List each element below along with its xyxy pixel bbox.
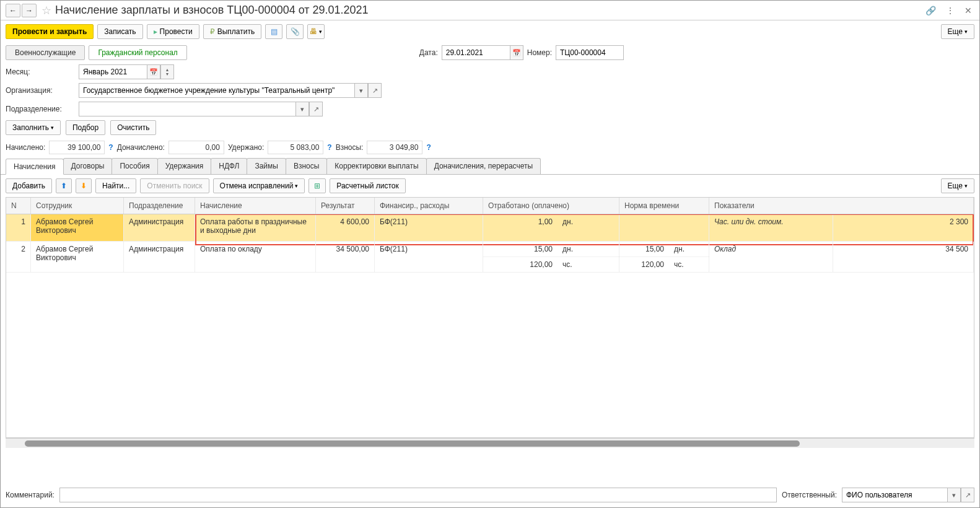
more-button[interactable]: Еще	[941, 24, 974, 39]
col-financing[interactable]: Финансир., расходы	[375, 198, 483, 214]
org-open-icon[interactable]: ↗	[368, 83, 382, 98]
additional-value: 0,00	[168, 141, 224, 154]
tab-deductions[interactable]: Удержания	[157, 158, 212, 174]
write-button[interactable]: Записать	[97, 24, 142, 39]
withheld-value: 5 083,00	[268, 141, 323, 154]
col-norm[interactable]: Норма времени	[619, 198, 709, 214]
tab-civilian[interactable]: Гражданский персонал	[89, 45, 186, 60]
table-row[interactable]: 2Абрамов Сергей ВикторовичАдминистрацияО…	[6, 242, 974, 273]
col-n[interactable]: N	[6, 198, 31, 214]
accrued-value: 39 100,00	[49, 141, 105, 154]
post-button-label: Провести	[160, 27, 193, 36]
tab-military[interactable]: Военнослужащие	[6, 45, 85, 60]
col-department[interactable]: Подразделение	[124, 198, 195, 214]
org-input[interactable]	[79, 83, 354, 98]
col-worked[interactable]: Отработано (оплачено)	[483, 198, 619, 214]
calendar-icon[interactable]: 📅	[510, 45, 523, 60]
close-icon[interactable]: ✕	[962, 4, 974, 17]
horizontal-scrollbar[interactable]	[6, 438, 974, 448]
add-row-button[interactable]: Добавить	[6, 178, 52, 193]
responsible-input[interactable]	[842, 488, 947, 502]
dep-input[interactable]	[79, 102, 295, 116]
pay-button[interactable]: ₽Выплатить	[203, 24, 262, 39]
tab-accruals[interactable]: Начисления	[6, 159, 64, 175]
number-input[interactable]	[556, 45, 624, 60]
date-input[interactable]	[442, 45, 510, 60]
month-calendar-icon[interactable]: 📅	[147, 64, 160, 79]
accruals-grid: N Сотрудник Подразделение Начисление Рез…	[6, 197, 974, 438]
comment-label: Комментарий:	[6, 491, 55, 499]
post-button[interactable]: ▸Провести	[147, 24, 199, 39]
move-up-button[interactable]: ⬆	[56, 178, 72, 193]
additional-label: Доначислено:	[117, 143, 165, 152]
org-dropdown-icon[interactable]: ▾	[354, 83, 368, 98]
responsible-label: Ответственный:	[782, 491, 837, 499]
accrued-label: Начислено:	[6, 143, 45, 152]
contrib-label: Взносы:	[336, 143, 364, 152]
tab-ndfl[interactable]: НДФЛ	[211, 158, 247, 174]
tab-recalc[interactable]: Доначисления, перерасчеты	[426, 158, 541, 174]
column-setup-icon[interactable]: ⊞	[308, 178, 326, 193]
nav-fwd-button[interactable]: →	[22, 4, 37, 17]
col-accrual[interactable]: Начисление	[195, 198, 316, 214]
fill-button[interactable]: Заполнить	[6, 120, 61, 135]
tab-contributions[interactable]: Взносы	[286, 158, 327, 174]
number-label: Номер:	[527, 48, 552, 57]
col-indicators[interactable]: Показатели	[709, 198, 974, 214]
kebab-icon[interactable]: ⋮	[943, 4, 957, 17]
attach-icon[interactable]: 📎	[286, 24, 304, 39]
tab-corrections[interactable]: Корректировки выплаты	[326, 158, 426, 174]
month-label: Месяц:	[6, 68, 74, 76]
pick-button[interactable]: Подбор	[66, 120, 105, 135]
month-spinner[interactable]: ▴▾	[160, 64, 174, 79]
responsible-open-icon[interactable]: ↗	[961, 488, 974, 502]
table-row[interactable]: 1Абрамов Сергей ВикторовичАдминистрацияО…	[6, 214, 974, 242]
withheld-help-icon[interactable]: ?	[327, 143, 331, 152]
tab-loans[interactable]: Займы	[247, 158, 286, 174]
accrued-help-icon[interactable]: ?	[108, 143, 113, 152]
org-label: Организация:	[6, 86, 74, 95]
grid-body: 1Абрамов Сергей ВикторовичАдминистрацияО…	[6, 214, 974, 437]
cancel-search-button[interactable]: Отменить поиск	[140, 178, 209, 193]
page-title: Начисление зарплаты и взносов ТЦ00-00000…	[55, 4, 923, 17]
favorite-icon[interactable]: ☆	[42, 4, 51, 17]
tab-contracts[interactable]: Договоры	[63, 158, 113, 174]
comment-input[interactable]	[59, 488, 777, 502]
contrib-help-icon[interactable]: ?	[426, 143, 431, 152]
report-icon[interactable]: ▤	[265, 24, 282, 39]
move-down-button[interactable]: ⬇	[76, 178, 92, 193]
cancel-corrections-button[interactable]: Отмена исправлений	[213, 178, 305, 193]
withheld-label: Удержано:	[228, 143, 264, 152]
dep-dropdown-icon[interactable]: ▾	[295, 102, 309, 116]
month-input[interactable]	[79, 64, 147, 79]
responsible-dropdown-icon[interactable]: ▾	[947, 488, 961, 502]
grid-header: N Сотрудник Подразделение Начисление Рез…	[6, 198, 974, 214]
contrib-value: 3 049,80	[367, 141, 422, 154]
tab-benefits[interactable]: Пособия	[112, 158, 157, 174]
date-label: Дата:	[419, 48, 438, 57]
dep-open-icon[interactable]: ↗	[309, 102, 323, 116]
col-result[interactable]: Результат	[316, 198, 375, 214]
clear-button[interactable]: Очистить	[110, 120, 156, 135]
pay-button-label: Выплатить	[217, 27, 255, 36]
payslip-button[interactable]: Расчетный листок	[330, 178, 405, 193]
find-button[interactable]: Найти...	[95, 178, 136, 193]
dep-label: Подразделение:	[6, 105, 74, 113]
grid-more-button[interactable]: Еще	[941, 178, 974, 193]
col-employee[interactable]: Сотрудник	[31, 198, 124, 214]
nav-back-button[interactable]: ←	[6, 4, 20, 17]
print-icon[interactable]: 🖶	[307, 24, 325, 39]
link-icon[interactable]: 🔗	[923, 4, 938, 17]
post-and-close-button[interactable]: Провести и закрыть	[6, 24, 94, 39]
